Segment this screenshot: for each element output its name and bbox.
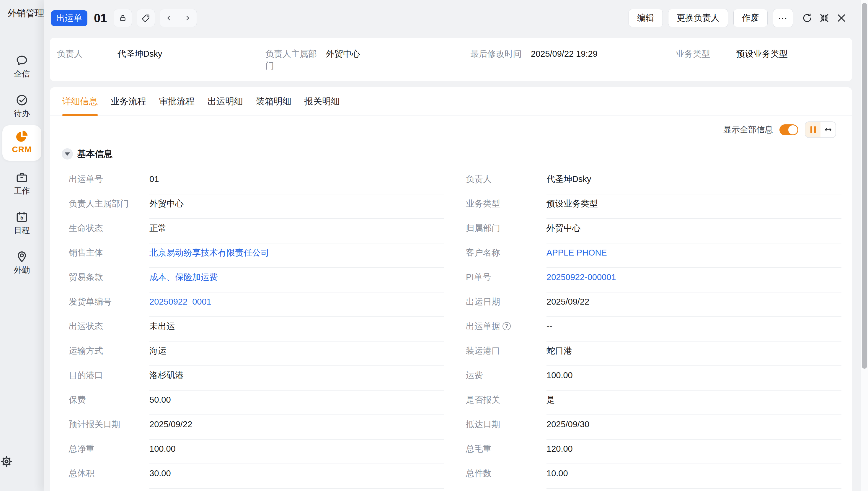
record-number: 01 — [94, 11, 107, 25]
field-label: 装运港口 — [466, 342, 547, 366]
field-label: 出运单据 ? — [466, 317, 547, 342]
summary-value: 外贸中心 — [326, 48, 360, 71]
section-basic-info[interactable]: 基本信息 — [62, 147, 852, 161]
field-label: 业务类型 — [466, 194, 547, 219]
field-row: 业务类型 预设业务类型 — [466, 194, 841, 219]
prev-record-button[interactable] — [160, 9, 178, 27]
sidebar-item-qixin[interactable]: 企信 — [0, 54, 44, 79]
field-row: 销售主体 北京易动纷享技术有限责任公司 — [69, 243, 444, 268]
field-row: 运输方式 海运 — [69, 342, 444, 366]
refresh-button[interactable] — [802, 13, 812, 23]
field-value-link[interactable]: 北京易动纷享技术有限责任公司 — [149, 243, 444, 268]
sidebar-item-schedule[interactable]: 5 日程 — [0, 210, 44, 236]
chevron-left-icon — [165, 15, 173, 22]
check-circle-icon — [15, 93, 29, 107]
field-row: 预计报关日期 2025/09/22 — [69, 415, 444, 440]
field-value-link[interactable]: 成本、保险加运费 — [149, 268, 444, 292]
help-icon[interactable]: ? — [502, 322, 511, 330]
two-column-layout-button[interactable] — [805, 122, 820, 137]
field-label: 总体积 — [69, 464, 149, 489]
scrollbar-thumb[interactable] — [862, 3, 867, 369]
field-value: 是 — [547, 391, 841, 415]
sidebar-item-todo[interactable]: 待办 — [0, 93, 44, 119]
field-label: 客户名称 — [466, 243, 547, 268]
summary-value: 预设业务类型 — [736, 48, 788, 60]
summary-label: 业务类型 — [676, 48, 736, 60]
void-button[interactable]: 作废 — [733, 9, 768, 27]
summary-owner: 负责人 代圣坤Dsky — [57, 48, 162, 60]
layout-switcher — [805, 121, 836, 138]
sidebar-item-field[interactable]: 外勤 — [0, 250, 44, 275]
edit-button[interactable]: 编辑 — [628, 9, 663, 27]
summary-label: 负责人 — [57, 48, 118, 60]
tab-business-flow[interactable]: 业务流程 — [111, 87, 146, 116]
field-value: 2025/09/22 — [149, 415, 444, 440]
scrollbar-track[interactable] — [861, 0, 868, 491]
field-grid: 出运单号 01 负责人主属部门 外贸中心 生命状态 正常 销售主体 北京易动纷享… — [50, 170, 852, 489]
tab-detail-info[interactable]: 详细信息 — [62, 87, 98, 116]
summary-label: 负责人主属部门 — [266, 48, 318, 71]
field-label: 运费 — [466, 366, 547, 391]
sidebar-item-work[interactable]: 工作 — [0, 171, 44, 196]
lock-button[interactable] — [114, 9, 132, 27]
left-right-arrow-icon — [824, 125, 832, 134]
field-row: 目的港口 洛杉矶港 — [69, 366, 444, 391]
field-value-link[interactable]: 20250922_0001 — [149, 292, 444, 317]
settings-button[interactable] — [0, 455, 44, 468]
tab-packing-lines[interactable]: 装箱明细 — [256, 87, 291, 116]
field-value-link[interactable]: APPLE PHONE — [547, 243, 841, 268]
field-row: 出运状态 未出运 — [69, 317, 444, 342]
field-label: 保费 — [69, 391, 149, 415]
summary-label: 最后修改时间 — [470, 48, 531, 60]
field-value: 外贸中心 — [149, 194, 444, 219]
field-row: 生命状态 正常 — [69, 219, 444, 243]
field-label: 负责人 — [466, 170, 547, 194]
field-value: -- — [547, 317, 841, 342]
field-value: 50.00 — [149, 391, 444, 415]
field-label: 抵达日期 — [466, 415, 547, 440]
field-label-text: 出运单据 — [466, 320, 500, 332]
field-value-link[interactable]: 20250922-000001 — [547, 268, 841, 292]
tab-approval-flow[interactable]: 审批流程 — [159, 87, 194, 116]
sidebar-item-label: 日程 — [0, 225, 44, 236]
collapse-window-button[interactable] — [819, 13, 830, 23]
full-width-layout-button[interactable] — [820, 122, 836, 137]
tag-icon — [142, 13, 150, 23]
field-row: 是否报关 是 — [466, 391, 841, 415]
field-row: 负责人 代圣坤Dsky — [466, 170, 841, 194]
tab-shipment-lines[interactable]: 出运明细 — [208, 87, 243, 116]
change-owner-button[interactable]: 更换负责人 — [668, 9, 728, 27]
sidebar-item-label: 企信 — [0, 68, 44, 79]
field-label: PI单号 — [466, 268, 547, 292]
record-pager — [160, 9, 197, 27]
gear-icon — [0, 455, 13, 468]
field-label: 出运日期 — [466, 292, 547, 317]
field-row: 负责人主属部门 外贸中心 — [69, 194, 444, 219]
tag-button[interactable] — [137, 9, 155, 27]
field-value: 30.00 — [149, 464, 444, 489]
field-row: 出运单据 ? -- — [466, 317, 841, 342]
field-label: 出运单号 — [69, 170, 149, 194]
field-label: 出运状态 — [69, 317, 149, 342]
field-row: 抵达日期 2025/09/30 — [466, 415, 841, 440]
field-label: 销售主体 — [69, 243, 149, 268]
next-record-button[interactable] — [178, 9, 197, 27]
show-all-toggle[interactable] — [779, 124, 798, 135]
detail-toolbar: 显示全部信息 — [50, 116, 852, 143]
tab-customs-lines[interactable]: 报关明细 — [304, 87, 340, 116]
collapse-section-button[interactable] — [62, 148, 73, 160]
more-actions-button[interactable]: ⋯ — [773, 9, 793, 27]
dialog-header: 出运单 01 编辑 更换负责人 作废 ⋯ — [44, 0, 868, 36]
summary-value: 2025/09/22 19:29 — [531, 48, 597, 60]
tab-bar: 详细信息 业务流程 审批流程 出运明细 装箱明细 报关明细 — [50, 87, 852, 116]
field-label: 发货单编号 — [69, 292, 149, 317]
close-button[interactable] — [836, 13, 847, 23]
field-value: 2025/09/22 — [547, 292, 841, 317]
summary-owner-department: 负责人主属部门 外贸中心 — [266, 48, 360, 71]
pie-chart-icon — [15, 129, 29, 144]
summary-value: 代圣坤Dsky — [118, 48, 162, 60]
summary-business-type: 业务类型 预设业务类型 — [676, 48, 788, 60]
field-row: 保费 50.00 — [69, 391, 444, 415]
field-row: 发货单编号 20250922_0001 — [69, 292, 444, 317]
sidebar-item-crm-active[interactable]: CRM — [2, 125, 41, 161]
